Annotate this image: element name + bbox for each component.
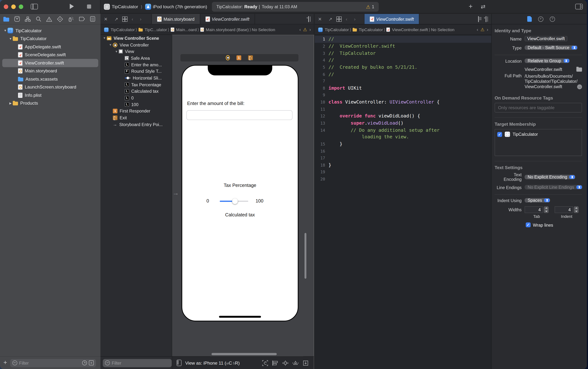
- source-code-area[interactable]: 1//2// ViewController.swift3// TipCalcul…: [315, 35, 491, 369]
- name-field[interactable]: ViewController.swift: [525, 36, 568, 41]
- calculated-tax-label[interactable]: Calculated tax: [182, 212, 298, 218]
- warning-icon[interactable]: ⚠: [480, 27, 485, 32]
- code-line-9[interactable]: 9: [315, 92, 491, 99]
- source-control-icon[interactable]: [14, 16, 20, 22]
- device-bar-icon[interactable]: [177, 360, 182, 366]
- tree-item-scenedelegate-swift[interactable]: SceneDelegate.swift: [0, 51, 101, 59]
- close-editor-icon[interactable]: ✕: [101, 16, 111, 22]
- disclosure-down-icon[interactable]: ▼: [114, 50, 119, 53]
- tab-main-storyboard[interactable]: Main.storyboard: [152, 14, 200, 24]
- crumb-forward-icon[interactable]: ›: [487, 27, 488, 32]
- outline-item-exit[interactable]: Exit: [101, 114, 172, 121]
- tests-icon[interactable]: [57, 16, 63, 22]
- indent-width-stepper[interactable]: [574, 206, 579, 213]
- reports-icon[interactable]: [90, 16, 95, 22]
- tax-percentage-label[interactable]: Tax Percentage: [182, 183, 298, 188]
- crumb-back-icon[interactable]: ‹: [477, 27, 478, 32]
- recent-files-icon[interactable]: [82, 360, 87, 365]
- resolve-issues-icon[interactable]: [293, 360, 299, 366]
- expand-editor-icon[interactable]: ↗: [325, 16, 335, 22]
- inspector-toggle-icon[interactable]: [575, 4, 583, 9]
- outline-item-enter-the-amo-[interactable]: LEnter the amo...: [101, 61, 172, 68]
- navigator-toggle-icon[interactable]: [31, 4, 38, 9]
- breadcrumb-item[interactable]: No Selection: [252, 27, 275, 32]
- code-line-14[interactable]: 14 // Do any additional setup after: [315, 127, 491, 133]
- line-endings-dropdown[interactable]: No Explicit Line Endings: [525, 185, 582, 189]
- debug-icon[interactable]: [68, 16, 74, 22]
- view-controller-icon[interactable]: [226, 55, 230, 61]
- slider-thumb[interactable]: [232, 198, 238, 204]
- view-as-text[interactable]: View as: iPhone 11 (wC hR): [185, 360, 240, 366]
- iphone-canvas-device[interactable]: Enter the amount of the bill: Tax Percen…: [182, 65, 299, 321]
- disclosure-down-icon[interactable]: ▼: [102, 36, 107, 40]
- slider-min-label[interactable]: 0: [203, 198, 212, 204]
- resource-tags-field[interactable]: [495, 103, 582, 113]
- indent-width-field[interactable]: 4: [555, 206, 573, 213]
- encoding-dropdown[interactable]: No Explicit Encoding: [525, 174, 575, 179]
- breadcrumb-item[interactable]: No Selection: [431, 27, 455, 32]
- scheme-selector[interactable]: TipCalculator ⟩ iPod touch (7th generati…: [104, 0, 207, 14]
- close-window-button[interactable]: [4, 5, 8, 9]
- crumb-back-icon[interactable]: ‹: [299, 27, 301, 32]
- disclosure-down-icon[interactable]: ▼: [8, 37, 13, 40]
- scheme-device[interactable]: iPod touch (7th generation): [153, 4, 207, 10]
- outline-item-view-controller[interactable]: ▼View Controller: [101, 41, 172, 48]
- scheme-project[interactable]: TipCalculator: [112, 4, 138, 10]
- breadcrumb-item[interactable]: Main...oard: [170, 27, 197, 32]
- outline-item-storyboard-entry-poi-[interactable]: →Storyboard Entry Poi...: [101, 121, 172, 128]
- issues-icon[interactable]: [46, 16, 52, 22]
- orientation-icon[interactable]: [262, 360, 268, 366]
- zoom-window-button[interactable]: [19, 5, 23, 9]
- tree-item-viewcontroller-swift[interactable]: ViewController.swift: [0, 59, 101, 67]
- embed-icon[interactable]: [303, 360, 309, 366]
- code-line-3[interactable]: 3// TipCalculator: [315, 50, 491, 57]
- tree-item-info-plist[interactable]: Info.plist: [0, 91, 101, 99]
- code-line-6[interactable]: 6//: [315, 71, 491, 78]
- close-editor-icon[interactable]: ✕: [315, 16, 325, 22]
- breadcrumb-item[interactable]: TipC...ulator: [138, 27, 167, 32]
- breadcrumb-item[interactable]: ViewController.swift: [386, 27, 428, 32]
- back-icon[interactable]: ‹: [342, 16, 351, 22]
- crumb-forward-icon[interactable]: ›: [309, 27, 311, 32]
- code-line-7[interactable]: 7: [315, 78, 491, 84]
- tree-item-launchscreen-storyboard[interactable]: LaunchScreen.storyboard: [0, 83, 101, 91]
- code-line-11[interactable]: 11: [315, 105, 491, 113]
- back-icon[interactable]: ‹: [128, 16, 136, 22]
- outline-item-100[interactable]: L100: [101, 101, 172, 108]
- code-line-13[interactable]: 13 super.viewDidLoad(): [315, 119, 491, 126]
- history-inspector-tab-icon[interactable]: [538, 16, 544, 22]
- outline-item-calculated-tax[interactable]: LCalculated tax: [101, 88, 172, 94]
- flagged-filter-icon[interactable]: +: [89, 360, 94, 365]
- symbols-icon[interactable]: [25, 16, 31, 22]
- canvas-horizontal-scrollbar[interactable]: [212, 353, 277, 355]
- tab-width-field[interactable]: 4: [525, 206, 543, 213]
- outline-filter-input[interactable]: [112, 360, 169, 365]
- bill-amount-label[interactable]: Enter the amount of the bill:: [187, 101, 244, 106]
- resource-tags-input[interactable]: [498, 105, 579, 110]
- file-inspector-tab-icon[interactable]: [527, 16, 532, 22]
- project-navigator-icon[interactable]: [3, 16, 9, 22]
- tree-item-products[interactable]: ▶Products: [0, 99, 101, 107]
- editor-arrangement-icon[interactable]: ⇄: [481, 3, 486, 10]
- code-line-5[interactable]: 5// Created by bulko on 5/21/21.: [315, 64, 491, 71]
- run-button[interactable]: [70, 4, 74, 9]
- location-dropdown[interactable]: Relative to Group: [525, 58, 569, 63]
- code-line-10[interactable]: 10class ViewController: UIViewController…: [315, 99, 491, 105]
- code-line-2[interactable]: 2// ViewController.swift: [315, 43, 491, 50]
- type-dropdown[interactable]: Default - Swift Source: [525, 45, 578, 50]
- constraints-pin-icon[interactable]: [283, 360, 288, 366]
- code-line-4[interactable]: 4//: [315, 57, 491, 64]
- tree-item-main-storyboard[interactable]: Main.storyboard: [0, 67, 101, 75]
- indent-using-dropdown[interactable]: Spaces: [525, 198, 550, 203]
- outline-item-round-style-t-[interactable]: FRound Style T...: [101, 68, 172, 75]
- storyboard-entry-point-arrow[interactable]: →: [172, 189, 179, 197]
- expand-editor-icon[interactable]: ↗: [111, 16, 122, 22]
- outline-item-0[interactable]: L0: [101, 94, 172, 101]
- search-icon[interactable]: [36, 16, 41, 22]
- add-tab-button[interactable]: +: [467, 3, 474, 10]
- tab-width-stepper[interactable]: [544, 206, 549, 213]
- code-line-12[interactable]: 12 override func viewDidLoad() {: [315, 113, 491, 119]
- tab-viewcontroller-swift[interactable]: ViewController.swift: [364, 14, 419, 24]
- code-line-8[interactable]: 8import UIKit: [315, 85, 491, 92]
- outline-item-horizontal-sli-[interactable]: Horizontal Sli...: [101, 75, 172, 81]
